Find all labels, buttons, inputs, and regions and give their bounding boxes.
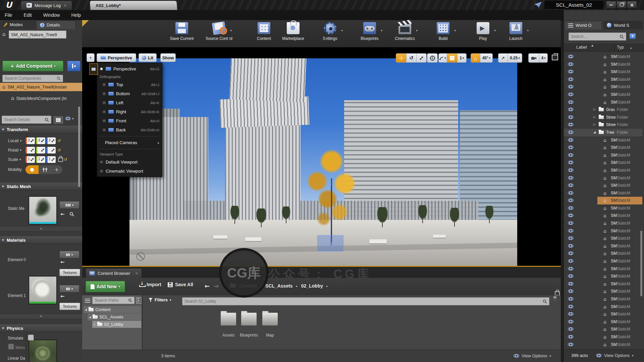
view-options-button[interactable]: View Options ▾ xyxy=(514,353,551,358)
visibility-eye-icon[interactable] xyxy=(568,312,574,316)
visibility-eye-icon[interactable] xyxy=(568,274,574,278)
search-assets-input[interactable]: Search 02_Lobby xyxy=(182,297,549,305)
tab-world-outliner[interactable]: World O xyxy=(565,21,602,29)
content-browser-tab[interactable]: Content Browser × xyxy=(86,268,142,278)
chevron-down-icon[interactable]: ▾ xyxy=(454,29,456,32)
outliner-row[interactable]: SM StaticM xyxy=(564,152,642,159)
scale-label[interactable]: Scale▾ xyxy=(0,157,25,162)
collapse-sources-icon[interactable] xyxy=(85,298,90,303)
menu-item-perspective[interactable]: Perspective Alt+G xyxy=(97,64,162,73)
visibility-eye-icon[interactable] xyxy=(568,138,574,142)
scale-snap-button[interactable]: ↗ xyxy=(498,54,508,62)
visibility-eye-icon[interactable] xyxy=(568,130,574,134)
expander-icon[interactable]: ◢ xyxy=(593,130,596,134)
close-icon[interactable]: × xyxy=(63,3,66,8)
expander-icon[interactable]: ▷ xyxy=(593,115,596,119)
outliner-row[interactable]: SM StaticM xyxy=(564,189,642,197)
actor-name-field[interactable]: SM_A02_Nature_Tree9 xyxy=(9,31,66,39)
outliner-row[interactable]: SM StaticM xyxy=(564,242,642,250)
scale-snap-value-button[interactable]: 0.25▾ xyxy=(508,54,522,62)
element0-thumbnail[interactable] xyxy=(29,276,57,304)
viewport-options-pressed[interactable] xyxy=(89,63,98,75)
component-row-instance[interactable]: ⌂ SM_A02_Nature_Tree9(Instan xyxy=(0,83,82,91)
location-z-field[interactable]: 2 xyxy=(46,137,56,144)
use-selected-arrow-icon[interactable]: ← xyxy=(60,259,65,265)
section-expander[interactable]: ▾ xyxy=(0,313,82,319)
mobility-movable-button[interactable]: ✛ xyxy=(51,165,62,174)
visibility-eye-icon[interactable] xyxy=(568,108,574,111)
visibility-eye-icon[interactable] xyxy=(568,327,574,331)
menu-item-ortho[interactable]: Front Alt+H xyxy=(97,116,162,125)
outliner-row[interactable]: SM StaticM xyxy=(564,227,642,235)
materials-section-header[interactable]: ▼ Materials xyxy=(0,236,82,244)
visibility-eye-icon[interactable] xyxy=(568,153,574,157)
breadcrumb-item[interactable]: SCL_Assets ▸ xyxy=(265,283,298,289)
menu-help[interactable]: Help xyxy=(71,12,81,18)
chevron-down-icon[interactable]: ▾ xyxy=(230,29,232,32)
lock-icon[interactable] xyxy=(555,291,560,296)
outliner-row[interactable]: SM StaticM xyxy=(564,144,642,152)
scale-y-field[interactable]: 1 xyxy=(36,156,45,163)
physics-section-header[interactable]: ▼ Physics xyxy=(0,324,82,332)
visibility-eye-icon[interactable] xyxy=(568,236,574,240)
outliner-row[interactable]: SM StaticM xyxy=(564,174,642,182)
element1-thumbnail[interactable] xyxy=(29,340,57,362)
toolbar-button[interactable]: ▾ Build xyxy=(426,21,460,46)
outliner-row[interactable]: SM StaticM xyxy=(564,333,642,341)
search-details-input[interactable]: Search Details xyxy=(2,116,51,124)
maximize-viewport-button[interactable] xyxy=(552,55,558,60)
outliner-row[interactable]: SM StaticM xyxy=(564,273,642,280)
outliner-row[interactable]: SM StaticM xyxy=(564,204,642,212)
simulate-checkbox[interactable] xyxy=(28,335,34,341)
transform-section-header[interactable]: ▼ Transform xyxy=(0,126,82,133)
type-column-header[interactable]: Typ xyxy=(617,45,624,50)
outliner-row[interactable]: SM StaticM xyxy=(564,325,642,333)
visibility-eye-icon[interactable] xyxy=(568,267,574,270)
rotation-snap-button[interactable]: △ xyxy=(471,54,480,62)
menu-item-ortho[interactable]: Top Alt+J xyxy=(97,80,162,89)
toolbar-button[interactable]: ▾ Blueprints xyxy=(353,21,386,46)
create-folder-icon[interactable]: + xyxy=(630,34,636,39)
view-options-button[interactable]: View Options ▾ xyxy=(596,353,634,358)
visibility-eye-icon[interactable] xyxy=(568,161,574,164)
display-filter-button[interactable] xyxy=(53,116,64,124)
visibility-eye-icon[interactable] xyxy=(568,251,574,255)
visibility-eye-icon[interactable] xyxy=(568,176,574,180)
location-label[interactable]: Locati▾ xyxy=(0,138,25,143)
toolbar-button[interactable]: Marketplace xyxy=(276,21,310,46)
chevron-down-icon[interactable]: ▾ xyxy=(416,29,418,32)
expander-icon[interactable]: ◢ xyxy=(89,315,91,318)
visibility-eye-icon[interactable] xyxy=(568,100,574,104)
use-selected-arrow-icon[interactable]: ← xyxy=(60,293,65,299)
expander-icon[interactable]: ◢ xyxy=(85,308,87,311)
lit-button[interactable]: Lit xyxy=(139,53,157,62)
lock-icon[interactable] xyxy=(58,158,63,162)
show-button[interactable]: Show xyxy=(160,53,176,62)
visibility-eye-icon[interactable] xyxy=(568,335,574,339)
visibility-eye-icon[interactable] xyxy=(568,282,574,286)
list-view-icon[interactable] xyxy=(136,297,141,304)
rotation-y-field[interactable] xyxy=(36,147,45,154)
visibility-eye-icon[interactable] xyxy=(568,343,574,346)
visibility-eye-icon[interactable] xyxy=(568,221,574,225)
outliner-row[interactable]: SM StaticM xyxy=(564,76,642,83)
outliner-row[interactable]: SM StaticM xyxy=(564,280,642,288)
visibility-eye-icon[interactable] xyxy=(568,70,574,73)
filters-button[interactable]: Filters ▾ xyxy=(149,297,171,302)
grid-snap-value-button[interactable]: 1▾ xyxy=(458,54,466,62)
view-options-button[interactable]: ▾ xyxy=(65,117,74,120)
mobility-stationary-button[interactable] xyxy=(39,165,51,174)
visibility-eye-icon[interactable] xyxy=(568,198,574,202)
forward-button[interactable]: → xyxy=(214,283,219,290)
menu-window[interactable]: Window xyxy=(43,12,60,18)
outliner-scrollbar[interactable] xyxy=(640,231,642,296)
reset-icon[interactable]: ↺ xyxy=(64,157,67,162)
import-button[interactable]: Import xyxy=(139,282,161,287)
outliner-row[interactable]: SM StaticM xyxy=(564,53,642,61)
visibility-eye-icon[interactable] xyxy=(568,183,574,187)
static-mesh-thumbnail[interactable] xyxy=(29,196,57,225)
move-tool-button[interactable] xyxy=(396,54,407,62)
element1-textures-button[interactable]: Textures xyxy=(59,303,80,310)
visibility-eye-icon[interactable] xyxy=(568,305,574,308)
outliner-row[interactable]: SM StaticM xyxy=(564,159,642,167)
